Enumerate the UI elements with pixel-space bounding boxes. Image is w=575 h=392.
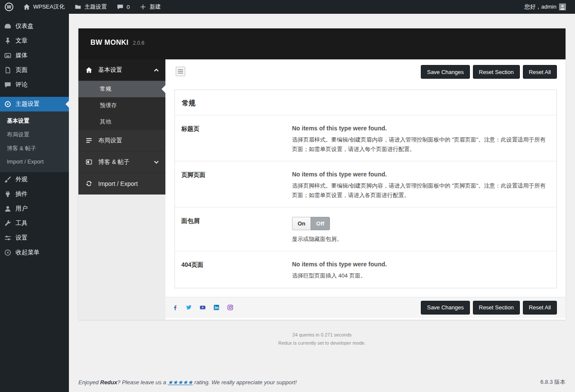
sidebar-item-comments[interactable]: 评论 xyxy=(0,77,69,92)
sidebar-item-dashboard[interactable]: 仪表盘 xyxy=(0,19,69,34)
submenu-item-layout-settings[interactable]: 布局设置 xyxy=(0,128,69,142)
instagram-icon[interactable] xyxy=(227,304,233,311)
nav-group-label: 布局设置 xyxy=(98,137,122,145)
youtube-icon[interactable] xyxy=(199,304,206,311)
footer-text: ? Please leave us a xyxy=(117,379,168,386)
home-icon xyxy=(23,3,31,11)
footer-text: Enjoyed xyxy=(78,379,100,386)
panel-header: BW MONKI 2.0.6 xyxy=(78,28,566,59)
sidebar-item-media[interactable]: 媒体 xyxy=(0,48,69,63)
social-links xyxy=(171,304,418,311)
sidebar-item-label: 设置 xyxy=(16,234,28,242)
sidebar-item-settings[interactable]: 设置 xyxy=(0,231,69,245)
settings-icon xyxy=(3,234,12,242)
blog-icon xyxy=(85,158,93,166)
linkedin-icon[interactable] xyxy=(213,304,220,311)
wordpress-logo-icon: W xyxy=(5,3,13,11)
field-description: 显示或隐藏面包屑。 xyxy=(292,235,546,244)
save-changes-button[interactable]: Save Changes xyxy=(421,65,469,79)
sidebar-item-label: 收起菜单 xyxy=(16,249,40,256)
sidebar-item-theme-settings[interactable]: 主题设置 xyxy=(0,97,69,111)
sidebar-item-tools[interactable]: 工具 xyxy=(0,216,69,231)
greeting: 您好，admin xyxy=(525,3,556,11)
panel-title: BW MONKI xyxy=(90,39,128,46)
dashboard-icon xyxy=(3,22,12,31)
site-name: WPSEA汉化 xyxy=(33,3,65,11)
admin-bar-theme-settings[interactable]: 主题设置 xyxy=(69,0,112,14)
section-title: 常规 xyxy=(175,90,556,115)
field-label: 页脚页面 xyxy=(181,171,292,200)
field-label: 面包屑 xyxy=(181,217,292,244)
nav-group-label: 博客 & 帖子 xyxy=(98,158,130,166)
field-description: 选择巨型页面插入 404 页面。 xyxy=(292,271,546,281)
nav-group-layout-settings[interactable]: 布局设置 xyxy=(78,130,165,151)
twitter-icon[interactable] xyxy=(185,304,192,311)
options-footer: Save Changes Reset Section Reset All xyxy=(165,297,566,318)
toggle-on-button[interactable]: On xyxy=(292,217,311,230)
home-icon xyxy=(85,66,93,74)
field-label: 404页面 xyxy=(181,261,292,281)
media-icon xyxy=(3,51,12,60)
admin-bar: W WPSEA汉化 主题设置 0 新建 您好 xyxy=(0,0,575,14)
nav-subsection-other[interactable]: 其他 xyxy=(78,114,165,130)
theme-options-panel: BW MONKI 2.0.6 基本设置 常规 预缓存 其他 xyxy=(78,28,566,320)
collapse-icon xyxy=(3,248,12,257)
options-nav: 基本设置 常规 预缓存 其他 布局设置 博客 & 帖子 xyxy=(78,59,165,320)
reset-section-button[interactable]: Reset Section xyxy=(473,65,520,79)
field-header-page: 标题页 No items of this type were found. 选择… xyxy=(175,115,556,161)
sidebar-item-users[interactable]: 用户 xyxy=(0,201,69,216)
nav-group-import-export[interactable]: Import / Export xyxy=(78,173,165,194)
chevron-up-icon xyxy=(154,68,159,72)
reset-section-button[interactable]: Reset Section xyxy=(473,301,520,315)
field-404-page: 404页面 No items of this type were found. … xyxy=(175,251,556,287)
submenu-item-blog-posts[interactable]: 博客 & 帖子 xyxy=(0,142,69,155)
reset-all-button[interactable]: Reset All xyxy=(523,65,557,79)
footer-credit: Enjoyed Redux? Please leave us a ★★★★★ r… xyxy=(78,379,297,386)
comment-icon xyxy=(116,3,124,11)
sidebar-item-label: 评论 xyxy=(16,81,28,89)
queries-stat: 24 queries in 0.271 seconds xyxy=(69,331,575,339)
chevron-down-icon xyxy=(154,161,159,164)
new-label: 新建 xyxy=(149,3,161,11)
tools-icon xyxy=(3,219,12,228)
comments-shortcut[interactable]: 0 xyxy=(112,0,134,14)
submenu-item-import-export[interactable]: Import / Export xyxy=(0,155,69,168)
section-fields: 常规 标题页 No items of this type were found.… xyxy=(174,90,557,288)
toggle-off-button[interactable]: Off xyxy=(311,217,330,230)
theme-options-icon xyxy=(3,100,12,108)
sync-icon xyxy=(85,180,93,188)
menu-separator xyxy=(0,92,69,97)
new-content-menu[interactable]: 新建 xyxy=(134,0,165,14)
sidebar-item-appearance[interactable]: 外观 xyxy=(0,172,69,187)
page-icon xyxy=(3,66,12,74)
sidebar-item-label: 媒体 xyxy=(16,52,28,59)
site-link[interactable]: WPSEA汉化 xyxy=(18,0,69,14)
reset-all-button[interactable]: Reset All xyxy=(523,301,557,315)
nav-group-label: Import / Export xyxy=(98,180,138,187)
theme-settings-submenu: 基本设置 布局设置 博客 & 帖子 Import / Export xyxy=(0,111,69,172)
nav-group-basic-settings[interactable]: 基本设置 xyxy=(78,59,165,81)
user-icon xyxy=(3,204,12,213)
sidebar-item-posts[interactable]: 文章 xyxy=(0,34,69,48)
save-changes-button[interactable]: Save Changes xyxy=(421,301,469,315)
sidebar-item-label: 仪表盘 xyxy=(16,22,34,30)
submenu-item-basic-settings[interactable]: 基本设置 xyxy=(0,114,69,128)
field-description: 选择页脚样式。要编辑/创建页脚内容，请进入管理控制面板中的 "页脚页面"。注意：… xyxy=(292,181,546,200)
wp-footer: Enjoyed Redux? Please leave us a ★★★★★ r… xyxy=(69,378,575,392)
field-empty-message: No items of this type were found. xyxy=(292,171,546,178)
nav-subsection-general[interactable]: 常规 xyxy=(78,81,165,97)
account-menu[interactable]: 您好，admin xyxy=(520,0,571,14)
plus-icon xyxy=(139,3,147,11)
main-content: BW MONKI 2.0.6 基本设置 常规 预缓存 其他 xyxy=(69,14,575,392)
sidebar-item-plugins[interactable]: 插件 xyxy=(0,187,69,201)
nav-group-blog-posts[interactable]: 博客 & 帖子 xyxy=(78,151,165,173)
nav-subsection-precache[interactable]: 预缓存 xyxy=(78,97,165,114)
folder-icon xyxy=(74,3,82,11)
rating-link[interactable]: ★★★★★ xyxy=(168,379,193,386)
nav-subsections: 常规 预缓存 其他 xyxy=(78,81,165,130)
sidebar-item-collapse-menu[interactable]: 收起菜单 xyxy=(0,245,69,260)
wordpress-menu[interactable]: W xyxy=(0,0,18,14)
options-object-icon[interactable] xyxy=(176,67,185,76)
sidebar-item-pages[interactable]: 页面 xyxy=(0,63,69,77)
facebook-icon[interactable] xyxy=(171,304,178,311)
